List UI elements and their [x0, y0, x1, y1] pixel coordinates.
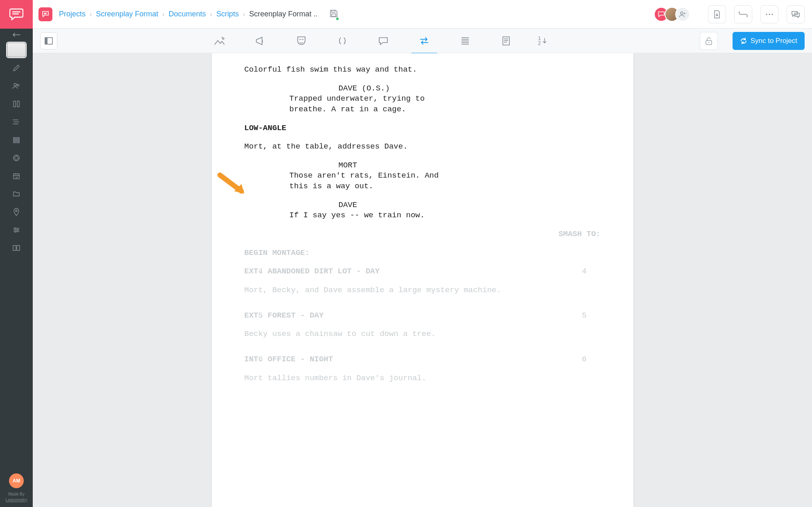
- svg-rect-14: [332, 14, 336, 16]
- scene-number-right: 5: [582, 311, 586, 321]
- page-thumbnail: [7, 43, 26, 57]
- comments-panel-button[interactable]: [787, 5, 805, 23]
- pencil-icon: [13, 64, 20, 72]
- columns-icon: [13, 100, 20, 108]
- breadcrumb-documents[interactable]: Documents: [169, 10, 206, 18]
- parentheses-icon: [337, 37, 347, 45]
- action-line[interactable]: Mort, Becky, and Dave assemble a large m…: [244, 285, 601, 296]
- left-sidebar: AM Made By Leanometry: [0, 0, 33, 507]
- made-by-credit: Made By Leanometry: [6, 491, 27, 503]
- speech-bubble-icon: [378, 36, 389, 45]
- export-button[interactable]: [708, 5, 726, 23]
- svg-rect-5: [14, 140, 19, 141]
- action-line[interactable]: Mort, at the table, addresses Dave.: [244, 142, 601, 152]
- add-collaborator-button[interactable]: [675, 7, 690, 22]
- sidebar-item-boards[interactable]: [0, 95, 33, 113]
- svg-point-18: [771, 14, 773, 15]
- character-cue[interactable]: DAVE: [339, 200, 601, 211]
- editor-canvas[interactable]: Colorful fish swim this way and that. DA…: [33, 53, 812, 507]
- svg-point-17: [769, 14, 770, 15]
- people-icon: [12, 83, 20, 89]
- scene-heading[interactable]: EXT. FOREST - DAY: [244, 311, 601, 321]
- svg-point-24: [708, 42, 709, 43]
- sidebar-item-shoot[interactable]: [0, 149, 33, 167]
- svg-point-22: [222, 37, 222, 38]
- tool-transition[interactable]: [415, 34, 433, 48]
- svg-rect-3: [17, 101, 19, 107]
- svg-rect-13: [332, 10, 335, 12]
- svg-point-21: [222, 38, 224, 39]
- sidebar-item-files[interactable]: [0, 185, 33, 203]
- sidebar-item-rows[interactable]: [0, 131, 33, 149]
- sidebar-item-edit[interactable]: [0, 59, 33, 77]
- save-status[interactable]: [329, 9, 338, 20]
- svg-point-16: [766, 14, 767, 15]
- sidebar-item-locations[interactable]: [0, 203, 33, 221]
- topbar: Projects › Screenplay Format › Documents…: [33, 0, 812, 29]
- shot-heading[interactable]: LOW-ANGLE: [244, 123, 601, 134]
- transition[interactable]: SMASH TO:: [244, 229, 601, 240]
- breadcrumb-project[interactable]: Screenplay Format: [96, 10, 158, 18]
- sidebar-item-settings[interactable]: [0, 221, 33, 239]
- svg-point-9: [16, 210, 17, 212]
- sidebar-item-script-thumb[interactable]: [0, 41, 33, 59]
- dialogue-line[interactable]: Those aren't rats, Einstein. And: [290, 171, 502, 181]
- scene-heading[interactable]: INT. OFFICE - NIGHT: [244, 354, 601, 365]
- share-link-button[interactable]: [734, 5, 752, 23]
- scene-heading[interactable]: EXT. ABANDONED DIRT LOT - DAY: [244, 266, 601, 277]
- user-avatar-badge[interactable]: AM: [9, 473, 24, 488]
- dialogue-line[interactable]: breathe. A rat in a cage.: [290, 104, 502, 115]
- character-cue[interactable]: DAVE (O.S.): [339, 83, 601, 94]
- tool-character[interactable]: [292, 34, 310, 48]
- montage-header[interactable]: BEGIN MONTAGE:: [244, 248, 601, 259]
- calendar-icon: [13, 172, 20, 180]
- tool-scene-numbers[interactable]: 12: [538, 36, 547, 46]
- breadcrumb-projects[interactable]: Projects: [59, 10, 86, 18]
- tool-scene-heading[interactable]: [210, 34, 228, 48]
- project-logo[interactable]: [38, 7, 52, 21]
- svg-point-12: [15, 231, 16, 232]
- megaphone-icon: [255, 36, 266, 45]
- action-line[interactable]: Mort tallies numbers in Dave's journal.: [244, 373, 601, 384]
- sync-label: Sync to Project: [751, 37, 797, 45]
- tool-note[interactable]: [497, 34, 515, 48]
- tool-action[interactable]: [251, 34, 269, 48]
- toggle-sidebar-button[interactable]: [40, 32, 57, 50]
- speech-logo-icon: [9, 8, 23, 20]
- pin-icon: [13, 208, 20, 216]
- collapse-sidebar-button[interactable]: [0, 29, 33, 41]
- sidebar-item-calendar[interactable]: [0, 167, 33, 185]
- align-lines-icon: [461, 37, 470, 45]
- dialogue-line[interactable]: If I say yes -- we train now.: [290, 210, 502, 221]
- chevron-right-icon: ›: [162, 11, 164, 18]
- dialogue-line[interactable]: this is a way out.: [290, 181, 502, 192]
- arrow-down-icon: [543, 38, 547, 44]
- script-page[interactable]: Colorful fish swim this way and that. DA…: [212, 53, 633, 507]
- made-by-link[interactable]: Leanometry: [6, 498, 27, 502]
- character-cue[interactable]: MORT: [339, 160, 601, 171]
- chat-icon: [791, 11, 800, 18]
- dialogue-line[interactable]: Trapped underwater, trying to: [290, 94, 502, 104]
- book-icon: [12, 245, 20, 251]
- action-line[interactable]: Colorful fish swim this way and that.: [244, 65, 601, 75]
- sidebar-item-contacts[interactable]: [0, 77, 33, 95]
- svg-point-0: [14, 83, 16, 86]
- brand-logo[interactable]: [0, 0, 33, 29]
- tool-justify[interactable]: [456, 34, 474, 48]
- sliders-icon: [13, 227, 20, 233]
- lock-button[interactable]: [700, 32, 718, 50]
- svg-rect-20: [45, 38, 47, 44]
- action-line[interactable]: Becky uses a chainsaw to cut down a tree…: [244, 329, 601, 340]
- sidebar-item-read[interactable]: [0, 239, 33, 257]
- breadcrumb-scripts[interactable]: Scripts: [216, 10, 239, 18]
- sidebar-item-shotlist[interactable]: [0, 113, 33, 131]
- tool-parenthetical[interactable]: [333, 34, 351, 48]
- panel-left-icon: [45, 37, 53, 45]
- refresh-icon: [740, 37, 747, 45]
- saved-indicator-dot: [336, 17, 339, 20]
- breadcrumb: Projects › Screenplay Format › Documents…: [59, 10, 318, 18]
- scene-number-left: 4: [258, 266, 263, 277]
- tool-dialogue[interactable]: [374, 34, 392, 48]
- sync-to-project-button[interactable]: Sync to Project: [733, 32, 805, 50]
- more-button[interactable]: [760, 5, 778, 23]
